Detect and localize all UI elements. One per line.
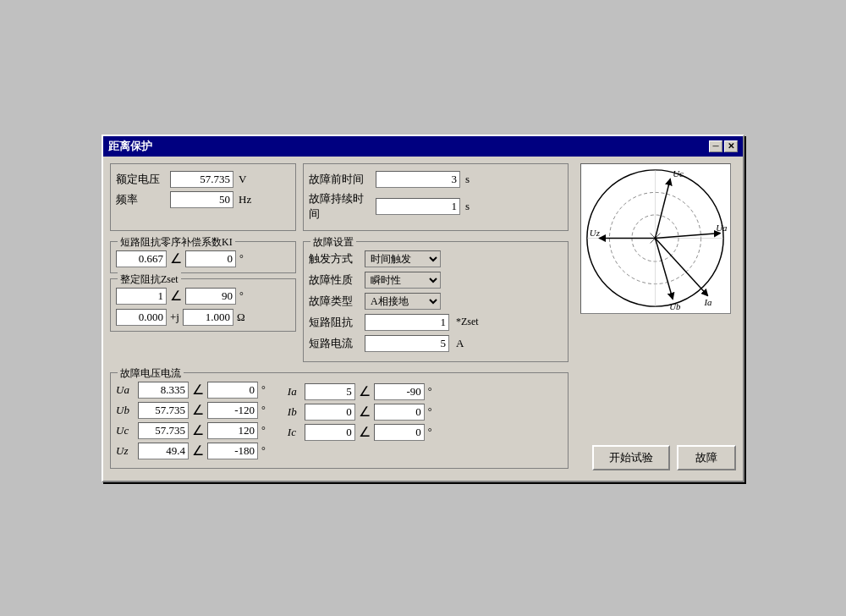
- short-current-unit: A: [456, 337, 464, 350]
- ic-angle-input[interactable]: [374, 424, 425, 441]
- zset-plus-j: +j: [170, 311, 179, 324]
- ki-mag-input[interactable]: [116, 250, 167, 267]
- ub-mag-input[interactable]: [138, 402, 189, 419]
- trigger-row: 触发方式 时间触发 手动触发: [309, 250, 563, 267]
- ia-degree: °: [428, 385, 432, 398]
- fault-settings-title: 故障设置: [310, 235, 356, 250]
- ic-degree: °: [428, 426, 432, 438]
- ia-angle-sym: ∠: [359, 383, 371, 399]
- zset-angle-input[interactable]: [185, 288, 236, 305]
- action-buttons: 开始试验 故障: [575, 445, 736, 470]
- titlebar-buttons: ─ ✕: [709, 140, 738, 152]
- uc-degree: °: [261, 424, 266, 437]
- short-current-label: 短路电流: [309, 336, 360, 351]
- voltage-row: 额定电压 V: [116, 171, 290, 188]
- fault-button[interactable]: 故障: [677, 445, 736, 470]
- short-impedance-row: 短路阻抗 *Zset: [309, 314, 563, 331]
- nature-select[interactable]: 瞬时性 永久性: [365, 272, 441, 289]
- ki-angle-sym: ∠: [170, 250, 182, 267]
- freq-input[interactable]: [170, 191, 233, 208]
- ua-row: Ua ∠ °: [116, 382, 266, 399]
- ub-row: Ub ∠ °: [116, 402, 266, 419]
- zset-rect-row: +j Ω: [116, 309, 290, 326]
- ua-angle-sym: ∠: [192, 382, 204, 398]
- nature-label: 故障性质: [309, 272, 360, 288]
- uz-mag-input[interactable]: [138, 443, 189, 459]
- phasor-container: Uc Ua Ub Uz Ia: [580, 163, 731, 314]
- svg-text:Uz: Uz: [590, 227, 601, 237]
- ia-angle-input[interactable]: [374, 383, 425, 400]
- ia-mag-input[interactable]: [305, 383, 355, 400]
- ic-label: Ic: [288, 426, 301, 439]
- uc-mag-input[interactable]: [138, 422, 189, 439]
- main-window: 距离保护 ─ ✕ 额定电压 V 频率: [102, 135, 744, 482]
- zset-real-input[interactable]: [116, 309, 167, 326]
- uz-label: Uz: [116, 444, 135, 458]
- ic-mag-input[interactable]: [305, 424, 355, 441]
- ub-degree: °: [261, 404, 266, 416]
- ib-angle-sym: ∠: [359, 404, 371, 420]
- freq-unit: Hz: [239, 193, 251, 206]
- svg-text:Ua: Ua: [716, 222, 727, 232]
- svg-text:Ia: Ia: [704, 297, 712, 307]
- uz-row: Uz ∠ °: [116, 443, 266, 459]
- fault-type-select[interactable]: A相接地 B相接地 C相接地 AB相间 BC相间 CA相间 三相: [365, 293, 441, 310]
- uc-angle-input[interactable]: [207, 422, 258, 439]
- short-current-input[interactable]: [365, 335, 449, 352]
- ib-angle-input[interactable]: [374, 404, 425, 421]
- ua-label: Ua: [116, 383, 135, 397]
- fault-time-group: 故障前时间 s 故障持续时间 s: [303, 163, 569, 231]
- zset-angle-sym: ∠: [170, 288, 182, 304]
- ia-label: Ia: [288, 385, 301, 399]
- titlebar: 距离保护 ─ ✕: [103, 136, 743, 157]
- ib-mag-input[interactable]: [305, 404, 355, 421]
- zset-imag-input[interactable]: [183, 309, 233, 326]
- ki-angle-input[interactable]: [185, 250, 236, 267]
- fault-vi-content: Ua ∠ ° Ub ∠ °: [116, 382, 563, 463]
- fault-type-row: 故障类型 A相接地 B相接地 C相接地 AB相间 BC相间 CA相间 三相: [309, 293, 563, 310]
- ki-degree: °: [239, 252, 244, 265]
- ki-zset-panel: 短路阻抗零序补偿系数KI ∠ ° 整定阻抗Zset ∠: [110, 241, 296, 367]
- zset-title: 整定阻抗Zset: [118, 272, 181, 287]
- ib-degree: °: [428, 405, 432, 418]
- close-button[interactable]: ✕: [724, 140, 738, 152]
- trigger-select[interactable]: 时间触发 手动触发: [365, 250, 441, 267]
- nature-row: 故障性质 瞬时性 永久性: [309, 272, 563, 289]
- freq-row: 频率 Hz: [116, 191, 290, 208]
- fault-vi-title: 故障电压电流: [118, 366, 184, 381]
- ua-angle-input[interactable]: [207, 382, 258, 399]
- minimize-button[interactable]: ─: [709, 140, 722, 152]
- uz-degree: °: [261, 444, 266, 457]
- short-impedance-input[interactable]: [365, 314, 449, 331]
- fault-type-label: 故障类型: [309, 294, 360, 309]
- short-impedance-label: 短路阻抗: [309, 315, 360, 330]
- fault-vi-group: 故障电压电流 Ua ∠ ° Ub: [110, 372, 569, 469]
- pre-fault-unit: s: [465, 173, 470, 186]
- phasor-diagram: Uc Ua Ub Uz Ia: [581, 164, 729, 312]
- zset-mag-input[interactable]: [116, 288, 167, 305]
- fault-dur-row: 故障持续时间 s: [309, 191, 563, 222]
- voltage-input[interactable]: [170, 171, 233, 188]
- ic-angle-sym: ∠: [359, 424, 371, 440]
- short-impedance-unit: *Zset: [456, 316, 479, 328]
- voltage-freq-group: 额定电压 V 频率 Hz: [110, 163, 296, 231]
- uc-angle-sym: ∠: [192, 422, 204, 438]
- svg-text:Uc: Uc: [673, 168, 684, 178]
- svg-text:Ub: Ub: [669, 301, 681, 311]
- fault-dur-label: 故障持续时间: [309, 191, 372, 222]
- fault-dur-input[interactable]: [376, 198, 460, 215]
- uz-angle-input[interactable]: [207, 443, 258, 459]
- ua-mag-input[interactable]: [138, 382, 189, 399]
- ib-row: Ib ∠ °: [288, 404, 432, 421]
- voltage-label: 额定电压: [116, 172, 167, 187]
- pre-fault-label: 故障前时间: [309, 172, 372, 187]
- zset-angle-row: ∠ °: [116, 288, 290, 305]
- zset-unit: Ω: [237, 311, 245, 324]
- ub-label: Ub: [116, 404, 135, 417]
- start-button[interactable]: 开始试验: [592, 445, 670, 470]
- pre-fault-row: 故障前时间 s: [309, 171, 563, 188]
- ia-row: Ia ∠ °: [288, 383, 432, 400]
- pre-fault-input[interactable]: [376, 171, 460, 188]
- ub-angle-input[interactable]: [207, 402, 258, 419]
- uz-angle-sym: ∠: [192, 443, 204, 459]
